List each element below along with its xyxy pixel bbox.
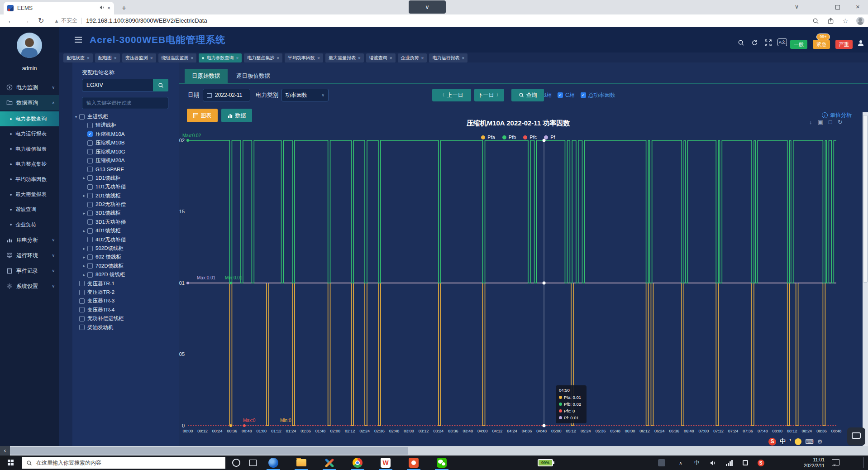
keyboard-icon[interactable]: ⌨ [805, 438, 814, 445]
tab-chip[interactable]: 企业负荷× [398, 53, 427, 62]
tree-checkbox[interactable] [79, 114, 85, 120]
tray-device-icon[interactable] [739, 456, 751, 470]
horizontal-scrollbar[interactable]: ‹ [0, 446, 868, 456]
start-button[interactable] [0, 456, 22, 470]
maximize-button[interactable] [827, 0, 848, 14]
taskbar-search[interactable]: 在这里输入你要搜索的内容 [22, 457, 225, 469]
tree-checkbox[interactable] [87, 158, 93, 163]
tree-checkbox[interactable] [87, 263, 93, 269]
tree-node[interactable]: ▸3D1馈线柜 [72, 209, 179, 217]
tree-node[interactable]: ▸502D馈线柜 [72, 244, 179, 253]
tree-checkbox[interactable] [87, 202, 93, 207]
tree-node[interactable]: 压缩机M10B [72, 139, 179, 147]
save-image-icon[interactable]: ↓ [809, 119, 812, 125]
tray-app-icon[interactable] [655, 456, 668, 470]
zoom-icon[interactable] [812, 18, 819, 24]
sidebar-item-3[interactable]: 电力整点集抄 [0, 157, 59, 172]
tab-chip[interactable]: 配电状态× [63, 53, 93, 62]
tree-node[interactable]: ▸1D1馈线柜 [72, 174, 179, 182]
reload-button[interactable]: ↻ [38, 16, 44, 25]
tree-checkbox[interactable] [79, 316, 85, 321]
data-view-icon[interactable]: ▣ [818, 119, 823, 125]
restore-icon[interactable]: □ [829, 119, 832, 125]
sidebar-item-5[interactable]: 最大需量报表 [0, 187, 59, 202]
close-icon[interactable]: × [87, 56, 90, 61]
tab-chip[interactable]: 电力运行报表× [429, 53, 467, 62]
close-icon[interactable]: × [150, 56, 153, 61]
sidebar-item-6[interactable]: 谐波查询 [0, 202, 59, 217]
sidebar-item-7[interactable]: 企业负荷 [0, 217, 59, 232]
tree-checkbox[interactable] [87, 254, 93, 260]
close-icon[interactable]: × [114, 56, 117, 61]
tray-volume-icon[interactable] [707, 456, 719, 470]
sync-icon[interactable] [751, 39, 758, 48]
sogou-logo-icon[interactable]: S [768, 438, 776, 446]
close-icon[interactable]: × [421, 56, 424, 61]
next-day-button[interactable]: 下一日 〉 [474, 89, 504, 101]
tree-checkbox[interactable] [87, 237, 93, 242]
tree-checkbox[interactable] [87, 175, 93, 181]
tree-node[interactable]: ▸2D1馈线柜 [72, 192, 179, 200]
url-text[interactable]: 192.168.1.100:8090/3000WEBV2/ElectricDat… [86, 17, 207, 24]
tree-node[interactable]: ✓压缩机M10A [72, 130, 179, 139]
tab-chip[interactable]: 电力整点集抄× [244, 53, 282, 62]
vertical-scrollbar-thumb[interactable] [863, 115, 868, 283]
browser-profile-icon[interactable] [856, 17, 864, 25]
bookmark-star-icon[interactable]: ☆ [842, 17, 848, 24]
close-button[interactable]: × [848, 0, 868, 14]
caret-icon[interactable]: ▸ [82, 264, 86, 268]
caret-icon[interactable]: ▾ [74, 115, 78, 119]
caret-icon[interactable]: ▸ [82, 246, 86, 251]
extreme-analysis-link[interactable]: i 最值分析 [822, 111, 852, 119]
tab-chip[interactable]: 变压器监测× [122, 53, 156, 62]
search-icon[interactable] [738, 39, 744, 48]
tree-checkbox[interactable] [79, 325, 85, 330]
tree-node[interactable]: 柴油发动机 [72, 323, 179, 332]
sidebar-item-0[interactable]: 电力参数查询 [0, 111, 59, 126]
date-input[interactable]: 2022-02-11 [203, 89, 250, 101]
station-search-button[interactable] [153, 79, 168, 91]
close-icon[interactable]: × [317, 56, 320, 61]
tree-node[interactable]: 无功补偿进线柜 [72, 314, 179, 323]
tab-chip[interactable]: 绕组温度监测× [158, 53, 197, 62]
avatar[interactable] [17, 33, 42, 58]
taskbar-app-file-explorer[interactable] [291, 456, 312, 470]
tree-checkbox[interactable] [87, 140, 93, 146]
tab-chip[interactable]: 配电图× [95, 53, 120, 62]
cortana-icon[interactable] [232, 459, 240, 467]
tree-checkbox[interactable] [87, 184, 93, 190]
browser-center-dropdown[interactable]: ∨ [409, 0, 446, 14]
alarm-severe-button[interactable]: 严重 [835, 40, 853, 49]
tree-filter-input[interactable]: 输入关键字进行过滤 [82, 97, 168, 109]
tree-node[interactable]: 压缩机M10G [72, 148, 179, 156]
prev-day-button[interactable]: 〈 上一日 [432, 89, 471, 101]
caret-icon[interactable]: ▸ [82, 211, 86, 216]
tab-chip[interactable]: 电力参数查询× [199, 53, 242, 62]
taskbar-app-x[interactable] [319, 456, 340, 470]
tree-checkbox[interactable] [87, 211, 93, 216]
notification-center-icon[interactable] [832, 459, 839, 465]
taskbar-app-blue-circle[interactable] [263, 456, 284, 470]
user-icon[interactable] [857, 39, 864, 48]
tab-chip[interactable]: 最大需量报表× [325, 53, 364, 62]
sidebar-section-settings[interactable]: 系统设置∨ [0, 278, 59, 294]
close-icon[interactable]: × [236, 56, 238, 61]
query-button[interactable]: 查询 [511, 89, 544, 101]
tree-checkbox[interactable] [87, 219, 93, 225]
tree-node[interactable]: ▾主进线柜 [72, 112, 179, 121]
tree-checkbox[interactable] [79, 281, 85, 286]
tree-node[interactable]: 4D2无功补偿 [72, 235, 179, 244]
sidebar-item-4[interactable]: 平均功率因数 [0, 172, 59, 187]
sidebar-section-monitor[interactable]: 电力监测∨ [0, 80, 59, 95]
tree-checkbox[interactable] [79, 298, 85, 304]
tab-chip[interactable]: 谐波查询× [366, 53, 396, 62]
new-tab-button[interactable]: + [119, 3, 129, 14]
browser-tab[interactable]: EEMS × [4, 2, 114, 14]
horizontal-scrollbar-thumb[interactable] [10, 447, 408, 455]
scroll-left-arrow[interactable]: ‹ [0, 446, 10, 456]
tree-checkbox[interactable] [87, 272, 93, 278]
ime-mode-icon[interactable]: 中 [780, 437, 786, 446]
taskbar-app-chrome[interactable] [347, 456, 368, 470]
caret-icon[interactable]: ▸ [82, 193, 86, 198]
tree-node[interactable]: ▸702D馈线柜 [72, 262, 179, 270]
